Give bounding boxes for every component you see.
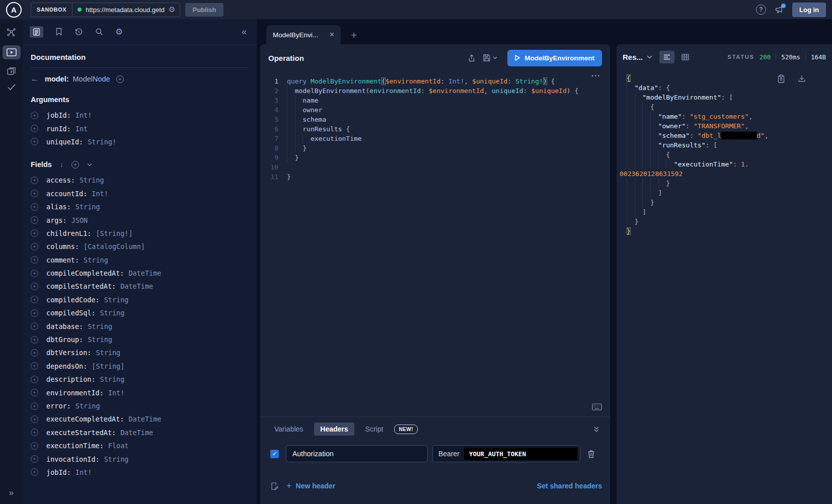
documentation-icon[interactable] bbox=[30, 26, 43, 38]
circle-plus-icon[interactable] bbox=[31, 468, 38, 476]
circle-plus-icon[interactable] bbox=[31, 125, 38, 132]
new-header-button[interactable]: New header bbox=[286, 481, 335, 490]
field-row[interactable]: childrenL1:[String!] bbox=[31, 227, 249, 240]
circle-plus-icon[interactable] bbox=[31, 177, 38, 184]
header-value-input[interactable]: Bearer YOUR_AUTH_TOKEN bbox=[432, 445, 580, 462]
save-icon[interactable] bbox=[483, 54, 491, 62]
close-icon[interactable] bbox=[330, 30, 334, 39]
code-line[interactable]: 11} bbox=[260, 172, 610, 182]
field-row[interactable]: environmentId:Int! bbox=[31, 386, 249, 399]
collapse-panel-icon[interactable] bbox=[242, 27, 250, 37]
field-row[interactable]: description:String bbox=[31, 373, 249, 386]
auth-token-value[interactable]: YOUR_AUTH_TOKEN bbox=[464, 448, 577, 460]
checklist-icon[interactable] bbox=[7, 83, 16, 91]
field-row[interactable]: compileStartedAt:DateTime bbox=[31, 280, 249, 293]
circle-plus-icon[interactable] bbox=[31, 112, 38, 119]
edit-json-icon[interactable] bbox=[270, 482, 278, 490]
field-row[interactable]: uniqueId:String! bbox=[31, 135, 249, 148]
operation-tab[interactable]: ModelByEnvi... bbox=[266, 25, 341, 44]
circle-plus-icon[interactable] bbox=[31, 256, 38, 264]
breadcrumb-type[interactable]: ModelNode bbox=[73, 75, 110, 83]
circle-plus-icon[interactable] bbox=[31, 376, 38, 383]
circle-plus-icon[interactable] bbox=[31, 229, 38, 237]
field-row[interactable]: error:String bbox=[31, 399, 249, 412]
circle-plus-icon[interactable] bbox=[31, 216, 38, 224]
explorer-icon[interactable] bbox=[3, 45, 21, 59]
publish-button[interactable]: Publish bbox=[185, 3, 224, 17]
query-editor[interactable]: 1query ModelByEnvironment($environmentId… bbox=[260, 71, 610, 416]
text-view-icon[interactable] bbox=[659, 51, 674, 63]
circle-plus-icon[interactable] bbox=[31, 336, 38, 344]
gear-icon[interactable] bbox=[115, 27, 123, 37]
circle-plus-icon[interactable] bbox=[31, 190, 38, 197]
code-line[interactable]: 5schema bbox=[260, 115, 610, 124]
code-line[interactable]: 1query ModelByEnvironment($environmentId… bbox=[260, 76, 610, 86]
field-row[interactable]: executionTime:Float bbox=[31, 439, 249, 452]
field-row[interactable]: jobId:Int! bbox=[31, 109, 249, 122]
expand-rail-icon[interactable] bbox=[9, 488, 14, 498]
graph-icon[interactable] bbox=[6, 27, 17, 38]
trash-icon[interactable] bbox=[587, 450, 595, 458]
tray-tab-script[interactable]: Script bbox=[359, 423, 390, 436]
circle-plus-icon[interactable] bbox=[116, 75, 124, 83]
run-button[interactable]: ModelByEnvironment bbox=[507, 50, 602, 66]
circle-plus-icon[interactable] bbox=[31, 309, 38, 317]
history-icon[interactable] bbox=[74, 28, 83, 36]
field-row[interactable]: dbtVersion:String bbox=[31, 346, 249, 359]
set-shared-headers-link[interactable]: Set shared headers bbox=[537, 482, 602, 490]
share-icon[interactable] bbox=[468, 54, 476, 62]
code-line[interactable]: 2modelByEnvironment(environmentId: $envi… bbox=[260, 86, 610, 96]
breadcrumb-field[interactable]: model: bbox=[45, 75, 69, 83]
circle-plus-icon[interactable] bbox=[31, 442, 38, 450]
circle-plus-icon[interactable] bbox=[71, 161, 79, 169]
code-line[interactable]: 9} bbox=[260, 153, 610, 162]
code-line[interactable]: 6runResults { bbox=[260, 124, 610, 134]
circle-plus-icon[interactable] bbox=[31, 138, 38, 145]
endpoint-url[interactable]: https://metadata.cloud.getd bbox=[86, 6, 165, 14]
download-icon[interactable] bbox=[798, 74, 806, 83]
field-row[interactable]: compiledCode:String bbox=[31, 293, 249, 306]
circle-plus-icon[interactable] bbox=[31, 243, 38, 250]
response-title[interactable]: Res... bbox=[623, 53, 643, 61]
help-icon[interactable] bbox=[756, 5, 766, 15]
circle-plus-icon[interactable] bbox=[31, 203, 38, 211]
circle-plus-icon[interactable] bbox=[31, 270, 38, 277]
field-row[interactable]: compiledSql:String bbox=[31, 306, 249, 319]
copy-icon[interactable] bbox=[778, 74, 785, 83]
table-view-icon[interactable] bbox=[677, 51, 693, 63]
circle-plus-icon[interactable] bbox=[31, 402, 38, 410]
keyboard-shortcuts-icon[interactable] bbox=[592, 403, 602, 410]
circle-plus-icon[interactable] bbox=[31, 362, 38, 370]
back-arrow-icon[interactable] bbox=[31, 74, 39, 83]
field-row[interactable]: args:JSON bbox=[31, 213, 249, 226]
circle-plus-icon[interactable] bbox=[31, 429, 38, 436]
chevron-down-icon[interactable] bbox=[87, 163, 92, 166]
circle-plus-icon[interactable] bbox=[31, 296, 38, 303]
field-row[interactable]: executeCompletedAt:DateTime bbox=[31, 412, 249, 426]
field-row[interactable]: executeStartedAt:DateTime bbox=[31, 426, 249, 439]
field-row[interactable]: accountId:Int! bbox=[31, 187, 249, 200]
bookmark-icon[interactable] bbox=[55, 28, 62, 36]
sort-icon[interactable] bbox=[60, 160, 63, 169]
field-row[interactable]: dependsOn:[String] bbox=[31, 360, 249, 373]
field-row[interactable]: comment:String bbox=[31, 254, 249, 267]
field-row[interactable]: runId:Int bbox=[31, 122, 249, 135]
code-line[interactable]: 4owner bbox=[260, 105, 610, 115]
field-row[interactable]: jobId:Int! bbox=[31, 466, 249, 479]
tray-tab-headers[interactable]: Headers bbox=[314, 423, 354, 436]
header-key-input[interactable] bbox=[286, 445, 428, 462]
chevron-down-icon[interactable] bbox=[493, 56, 497, 59]
collapse-chevrons-icon[interactable] bbox=[593, 426, 602, 433]
circle-plus-icon[interactable] bbox=[31, 389, 38, 396]
collections-icon[interactable] bbox=[7, 67, 17, 76]
circle-plus-icon[interactable] bbox=[31, 455, 38, 463]
field-row[interactable]: alias:String bbox=[31, 200, 249, 213]
gear-icon[interactable] bbox=[165, 5, 179, 14]
apollo-logo[interactable]: A bbox=[6, 2, 22, 18]
new-tab-icon[interactable] bbox=[351, 30, 357, 40]
field-row[interactable]: database:String bbox=[31, 319, 249, 332]
chevron-down-icon[interactable] bbox=[647, 55, 652, 59]
header-enabled-checkbox[interactable] bbox=[270, 450, 279, 458]
overflow-menu-icon[interactable] bbox=[592, 73, 601, 78]
field-row[interactable]: dbtGroup:String bbox=[31, 333, 249, 346]
